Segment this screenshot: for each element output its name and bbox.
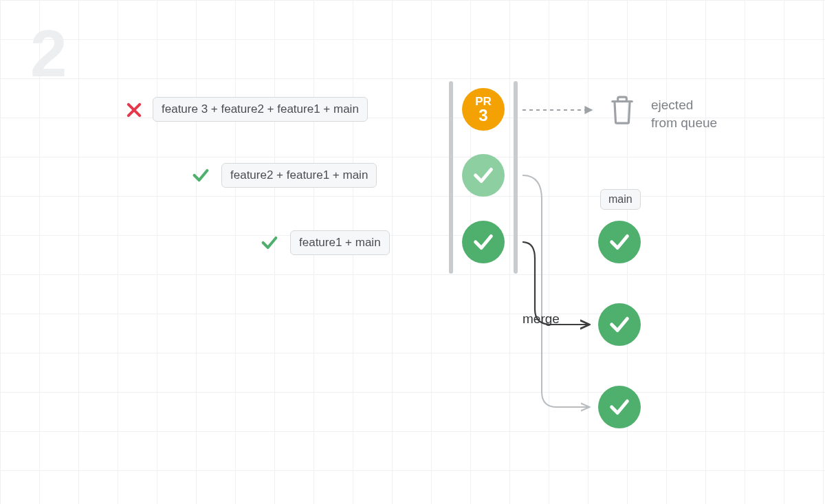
queue-rail-right	[514, 81, 518, 274]
queue-entry-label: feature 3 + feature2 + feature1 + main	[153, 97, 368, 122]
main-commit-node	[598, 221, 641, 263]
step-number: 2	[30, 21, 67, 87]
merge-connector-light	[522, 172, 605, 419]
eject-label-line2: from queue	[651, 116, 717, 130]
merge-connector-dark	[522, 239, 605, 342]
pr-node-number: 3	[478, 107, 487, 124]
queue-entry-label: feature2 + feature1 + main	[221, 163, 377, 188]
queue-entry-label: feature1 + main	[290, 230, 390, 255]
diagram-canvas: 2 feature 3 + feature2 + feature1 + main…	[0, 0, 825, 504]
queue-node-pass-light	[462, 154, 505, 197]
eject-label: ejected from queue	[651, 96, 717, 131]
main-commit-node	[598, 386, 641, 428]
eject-label-line1: ejected	[651, 98, 693, 112]
eject-arrow	[522, 103, 605, 117]
x-icon	[124, 100, 144, 120]
check-icon	[260, 233, 279, 252]
queue-rail-left	[449, 81, 453, 274]
pr-node: PR 3	[462, 88, 505, 131]
main-branch-label: main	[600, 189, 641, 210]
trash-icon	[609, 95, 635, 124]
pr-node-prefix: PR	[475, 96, 492, 107]
main-commit-node	[598, 303, 641, 346]
queue-node-pass	[462, 221, 505, 263]
merge-label: merge	[522, 311, 560, 327]
check-icon	[191, 166, 210, 185]
